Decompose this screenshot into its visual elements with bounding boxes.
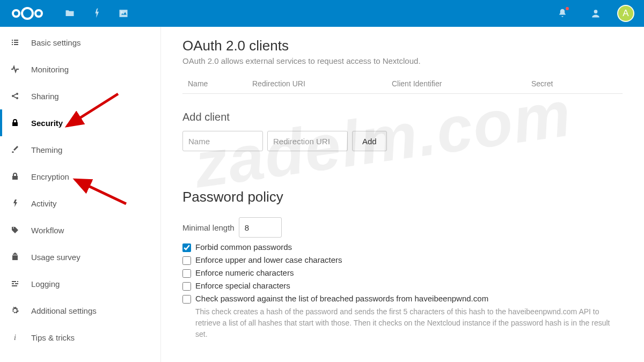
list-icon <box>10 38 20 47</box>
svg-text:i: i <box>14 334 16 342</box>
sidebar-item-monitoring[interactable]: Monitoring <box>0 56 160 83</box>
files-app-icon[interactable] <box>58 2 82 25</box>
check-breach-label: Check password against the list of breac… <box>195 294 488 303</box>
header-left <box>5 2 135 25</box>
sidebar-item-sharing[interactable]: Sharing <box>0 83 160 109</box>
enforce-special-row[interactable]: Enforce special characters <box>182 279 623 292</box>
info-icon: i <box>10 333 20 342</box>
avatar[interactable]: A <box>617 5 634 22</box>
sidebar-item-security[interactable]: Security <box>0 109 160 136</box>
sidebar-item-label: Basic settings <box>31 38 81 47</box>
sidebar-item-activity[interactable]: Activity <box>0 190 160 217</box>
enforce-numeric-label: Enforce numeric characters <box>195 268 294 277</box>
nextcloud-logo-icon[interactable] <box>11 5 44 22</box>
enforce-numeric-checkbox[interactable] <box>182 269 191 278</box>
col-redirection-uri: Redirection URI <box>252 79 392 88</box>
oauth-subtitle: OAuth 2.0 allows external services to re… <box>182 56 623 65</box>
minimal-length-input[interactable] <box>239 217 282 238</box>
svg-point-2 <box>35 10 42 17</box>
pulse-icon <box>10 65 20 73</box>
header-right: A <box>551 2 639 25</box>
enforce-special-checkbox[interactable] <box>182 282 191 291</box>
svg-point-6 <box>16 97 18 99</box>
settings-sidebar: Basic settings Monitoring Sharing Securi… <box>0 27 161 362</box>
app-header: A <box>0 0 644 27</box>
share-icon <box>10 92 20 100</box>
svg-point-1 <box>22 8 33 19</box>
enforce-special-label: Enforce special characters <box>195 281 290 290</box>
add-button[interactable]: Add <box>352 131 387 151</box>
minimal-length-label: Minimal length <box>182 223 235 232</box>
oauth-table-header: Name Redirection URI Client Identifier S… <box>182 75 623 94</box>
sidebar-item-label: Security <box>31 119 63 128</box>
sidebar-item-encryption[interactable]: Encryption <box>0 163 160 190</box>
sidebar-item-label: Logging <box>31 279 60 289</box>
sidebar-item-label: Usage survey <box>31 253 80 262</box>
check-breach-checkbox[interactable] <box>182 295 191 304</box>
sidebar-item-usage-survey[interactable]: Usage survey <box>0 243 160 270</box>
forbid-common-label: Forbid common passwords <box>195 242 292 252</box>
activity-app-icon[interactable] <box>85 2 108 25</box>
svg-point-3 <box>121 11 122 13</box>
sidebar-item-label: Sharing <box>31 92 59 101</box>
enforce-case-row[interactable]: Enforce upper and lower case characters <box>182 254 623 267</box>
svg-point-0 <box>13 10 19 17</box>
sidebar-item-label: Tips & tricks <box>31 333 75 342</box>
password-policy-title: Password policy <box>182 189 623 205</box>
sidebar-item-label: Monitoring <box>31 65 69 74</box>
clipboard-icon <box>10 253 20 261</box>
col-client-identifier: Client Identifier <box>392 79 531 88</box>
gallery-app-icon[interactable] <box>112 2 135 25</box>
sidebar-item-label: Additional settings <box>31 306 97 315</box>
add-client-title: Add client <box>182 111 623 123</box>
contacts-icon[interactable] <box>584 2 608 25</box>
bolt-icon <box>10 199 20 208</box>
forbid-common-row[interactable]: Forbid common passwords <box>182 241 623 254</box>
sidebar-item-logging[interactable]: Logging <box>0 270 160 297</box>
enforce-case-label: Enforce upper and lower case characters <box>195 255 342 264</box>
sidebar-item-basic-settings[interactable]: Basic settings <box>0 29 160 56</box>
sidebar-item-theming[interactable]: Theming <box>0 136 160 163</box>
check-breach-hint: This check creates a hash of the passwor… <box>182 306 623 340</box>
tag-icon <box>10 226 20 234</box>
col-secret: Secret <box>531 79 623 88</box>
redirection-uri-input[interactable] <box>267 131 348 151</box>
col-name: Name <box>182 79 252 88</box>
enforce-numeric-row[interactable]: Enforce numeric characters <box>182 267 623 279</box>
sidebar-item-additional-settings[interactable]: Additional settings <box>0 297 160 324</box>
client-name-input[interactable] <box>182 131 263 151</box>
toggles-icon <box>10 279 20 288</box>
sidebar-item-workflow[interactable]: Workflow <box>0 217 160 243</box>
sidebar-item-label: Theming <box>31 145 62 154</box>
sidebar-item-tips-tricks[interactable]: i Tips & tricks <box>0 324 160 351</box>
gear-icon <box>10 306 20 315</box>
oauth-title: OAuth 2.0 clients <box>182 38 623 54</box>
brush-icon <box>10 145 20 154</box>
lock-icon <box>10 172 20 181</box>
enforce-case-checkbox[interactable] <box>182 256 191 265</box>
sidebar-item-label: Activity <box>31 199 57 208</box>
svg-point-5 <box>16 93 18 95</box>
lock-icon <box>10 119 20 127</box>
check-breach-row[interactable]: Check password against the list of breac… <box>182 292 623 305</box>
sidebar-item-label: Workflow <box>31 226 64 235</box>
notifications-icon[interactable] <box>551 2 574 25</box>
settings-content: OAuth 2.0 clients OAuth 2.0 allows exter… <box>161 27 644 362</box>
forbid-common-checkbox[interactable] <box>182 243 191 252</box>
sidebar-item-label: Encryption <box>31 172 69 181</box>
